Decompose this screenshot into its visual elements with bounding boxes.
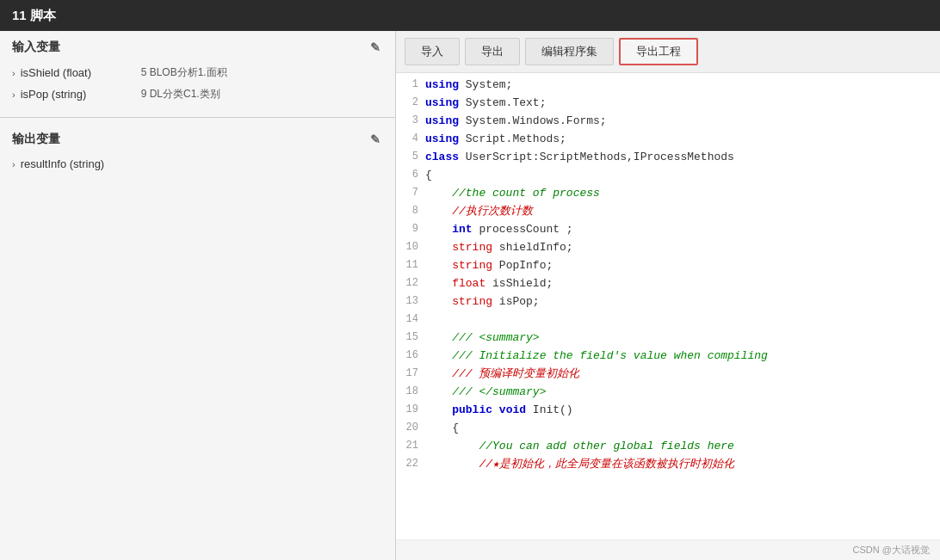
code-line: 13 string isPop; xyxy=(396,293,940,311)
chevron-right-icon: › xyxy=(12,159,15,169)
title-bar: 11 脚本 xyxy=(0,0,940,31)
code-token xyxy=(425,331,452,344)
code-token: isShield; xyxy=(485,277,553,290)
code-content: class UserScript:ScriptMethods,IProcessM… xyxy=(425,149,935,166)
code-token: //★是初始化，此全局变量在该函数被执行时初始化 xyxy=(479,458,733,471)
code-line: 21 //You can add other global fields her… xyxy=(396,438,940,456)
output-variables-title: 输出变量 xyxy=(12,132,60,147)
code-content: public void Init() xyxy=(425,402,935,419)
import-button[interactable]: 导入 xyxy=(405,38,460,65)
code-token: isPop; xyxy=(492,295,540,308)
list-item: › isShield (float) 5 BLOB分析1.面积 xyxy=(0,62,395,83)
output-variable-list: › resultInfo (string) xyxy=(0,152,395,181)
edit-assembly-button[interactable]: 编辑程序集 xyxy=(525,38,614,65)
chevron-right-icon: › xyxy=(12,89,15,100)
line-number: 5 xyxy=(401,149,425,165)
code-token: System.Text; xyxy=(459,96,546,109)
output-variables-header: 输出变量 ✎ xyxy=(0,123,395,152)
code-token: float xyxy=(452,277,485,290)
main-layout: 输入变量 ✎ › isShield (float) 5 BLOB分析1.面积 ›… xyxy=(0,31,940,560)
line-number: 11 xyxy=(401,257,425,274)
code-token: Script.Methods; xyxy=(459,132,566,145)
code-token: /// </summary> xyxy=(452,385,546,398)
code-token: Init() xyxy=(526,403,573,416)
code-content: { xyxy=(425,167,935,184)
input-edit-icon[interactable]: ✎ xyxy=(368,40,383,55)
code-token: //the count of process xyxy=(425,187,600,200)
right-panel: 导入 导出 编辑程序集 导出工程 1using System;2using Sy… xyxy=(396,31,940,560)
line-number: 4 xyxy=(401,131,425,147)
variable-ref: 9 DL分类C1.类别 xyxy=(141,87,220,102)
line-number: 12 xyxy=(401,275,425,292)
code-content: //You can add other global fields here xyxy=(425,438,935,455)
code-token xyxy=(425,440,479,452)
code-line: 17 /// 预编译时变量初始化 xyxy=(396,366,940,384)
code-token xyxy=(492,403,499,416)
left-panel: 输入变量 ✎ › isShield (float) 5 BLOB分析1.面积 ›… xyxy=(0,31,396,560)
code-content: /// <summary> xyxy=(425,329,935,347)
code-line: 5class UserScript:ScriptMethods,IProcess… xyxy=(396,149,940,167)
variable-ref: 5 BLOB分析1.面积 xyxy=(141,65,227,80)
output-edit-icon[interactable]: ✎ xyxy=(368,132,383,147)
code-line: 12 float isShield; xyxy=(396,275,940,293)
line-number: 9 xyxy=(401,221,425,237)
code-line: 3using System.Windows.Forms; xyxy=(396,113,940,131)
code-token xyxy=(425,367,452,380)
code-line: 6{ xyxy=(396,167,940,185)
line-number: 22 xyxy=(401,456,425,472)
code-content: int processCount ; xyxy=(425,221,935,238)
code-content: //执行次数计数 xyxy=(425,203,935,220)
code-token: using xyxy=(425,78,459,91)
line-number: 14 xyxy=(401,311,425,328)
toolbar: 导入 导出 编辑程序集 导出工程 xyxy=(396,31,940,73)
code-token xyxy=(425,223,452,236)
code-area[interactable]: 1using System;2using System.Text;3using … xyxy=(396,73,940,539)
line-number: 7 xyxy=(401,185,425,201)
code-token xyxy=(425,241,452,254)
line-number: 10 xyxy=(401,239,425,255)
code-token: using xyxy=(425,114,459,127)
code-token xyxy=(425,277,452,290)
title-text: 11 脚本 xyxy=(12,8,56,24)
line-number: 6 xyxy=(401,167,425,183)
code-line: 7 //the count of process xyxy=(396,185,940,203)
line-number: 13 xyxy=(401,293,425,310)
code-token: /// <summary> xyxy=(452,331,539,344)
code-line: 8 //执行次数计数 xyxy=(396,203,940,221)
list-item: › resultInfo (string) xyxy=(0,154,395,174)
code-token: string xyxy=(452,241,492,254)
line-number: 1 xyxy=(401,77,425,93)
code-line: 4using Script.Methods; xyxy=(396,131,940,149)
code-token: { xyxy=(425,169,432,182)
input-variables-title: 输入变量 xyxy=(12,40,60,55)
code-token: processCount ; xyxy=(473,223,573,236)
code-content: using Script.Methods; xyxy=(425,131,935,148)
code-content: /// </summary> xyxy=(425,384,935,401)
line-number: 3 xyxy=(401,113,425,129)
code-content: using System.Windows.Forms; xyxy=(425,113,935,130)
export-button[interactable]: 导出 xyxy=(465,38,520,65)
code-token xyxy=(425,259,452,272)
export-project-button[interactable]: 导出工程 xyxy=(619,38,698,65)
line-number: 17 xyxy=(401,366,425,382)
code-token: //执行次数计数 xyxy=(425,205,533,218)
code-token: { xyxy=(425,422,459,434)
code-line: 2using System.Text; xyxy=(396,95,940,113)
code-token: //You can add other global fields here xyxy=(479,440,733,452)
input-variables-header: 输入变量 ✎ xyxy=(0,31,395,60)
footer-text: CSDN @大话视觉 xyxy=(853,545,930,555)
code-token xyxy=(425,403,452,416)
variable-name: isShield (float) xyxy=(21,66,141,79)
code-token: PopInfo; xyxy=(492,259,553,272)
code-token: string xyxy=(452,295,492,308)
variable-name: resultInfo (string) xyxy=(21,157,141,170)
code-line: 9 int processCount ; xyxy=(396,221,940,239)
variable-name: isPop (string) xyxy=(21,88,141,101)
code-token: int xyxy=(452,223,472,236)
code-token: shieldInfo; xyxy=(492,241,573,254)
code-content: string PopInfo; xyxy=(425,257,935,274)
code-content: string isPop; xyxy=(425,293,935,311)
code-token: System; xyxy=(459,78,512,91)
code-token: UserScript:ScriptMethods,IProcessMethods xyxy=(459,151,734,163)
line-number: 16 xyxy=(401,348,425,364)
